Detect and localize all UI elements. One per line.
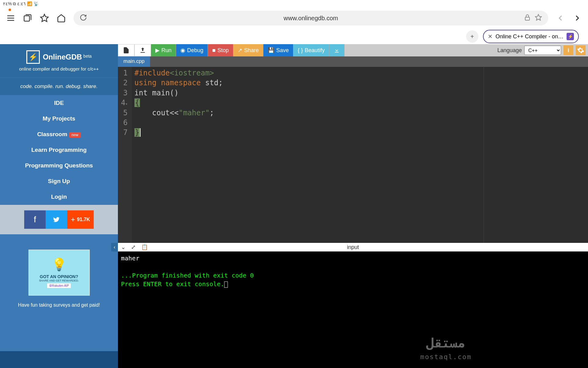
debug-label: Debug [187,47,203,54]
console-header: ⌄ ⤢ 📋 input [118,243,588,251]
download-button[interactable] [329,44,345,56]
nav-signup[interactable]: Sign Up [0,174,118,189]
home-icon[interactable] [57,13,66,23]
logo-icon: ⚡ [26,50,40,64]
ad-brand: ⦿Rakuten AIP [47,283,71,288]
sidebar-footer [0,351,118,368]
sidebar: ⚡ OnlineGDB beta online compiler and deb… [0,44,118,368]
share-count: 91.7K [77,217,90,222]
close-tab-icon[interactable]: ✕ [488,33,492,40]
tabs-icon[interactable] [23,13,32,23]
svg-marker-4 [41,14,48,22]
stop-label: Stop [217,47,229,54]
nav-classroom-label: Classroom [37,131,67,137]
nav-learn[interactable]: Learn Programming [0,142,118,158]
status-text: ٤:٤٦ ⧉ %٢٤ 📶 📡 [3,1,39,6]
expand-console-icon[interactable]: ⤢ [131,244,136,251]
address-bar[interactable]: www.onlinegdb.com [74,11,548,25]
beta-badge: beta [83,54,92,59]
url-text: www.onlinegdb.com [284,15,338,22]
editor-area: ▶ Run ◉ Debug ■ Stop ↗ Share 💾 Save { } … [118,44,588,368]
new-file-button[interactable] [118,44,134,56]
save-label: Save [276,47,289,54]
nav-my-projects[interactable]: My Projects [0,111,118,127]
watermark-arabic: مستقل [420,334,472,352]
share-button-tb[interactable]: ↗ Share [233,44,263,56]
file-tab-main[interactable]: main.cpp [118,56,150,67]
ad-subtitle: SHARE AND GET REWARDED. [39,279,79,282]
collapse-console-icon[interactable]: ⌄ [121,244,126,251]
reload-icon[interactable] [80,14,87,22]
active-tab[interactable]: ✕ Online C++ Compiler - on… ⚡ [483,30,579,43]
save-button[interactable]: 💾 Save [263,44,293,56]
column-ruler [484,67,484,243]
ad-caption: Have fun taking surveys and get paid! [9,302,109,309]
star-icon[interactable] [535,14,542,22]
file-tabs: main.cpp [118,56,588,67]
console-output[interactable]: maher ...Program finished with exit code… [118,251,588,368]
settings-button[interactable] [576,45,586,55]
console-line-1: maher [121,254,585,263]
toolbar: ▶ Run ◉ Debug ■ Stop ↗ Share 💾 Save { } … [118,44,588,56]
collapse-sidebar-button[interactable]: ‹ [111,243,118,251]
new-badge: new [69,132,81,138]
share-button[interactable]: +91.7K [67,210,94,229]
console-title: input [347,244,359,251]
upload-button[interactable] [134,44,151,56]
ad-section: 💡 GOT AN OPINION? SHARE AND GET REWARDED… [0,234,118,351]
nav-login[interactable]: Login [0,189,118,205]
info-button[interactable]: i [564,45,573,55]
back-icon[interactable] [556,13,565,23]
bulb-icon: 💡 [51,257,67,272]
logo-section: ⚡ OnlineGDB beta online compiler and deb… [0,44,118,78]
console-cursor [224,282,228,288]
run-button[interactable]: ▶ Run [151,44,176,56]
watermark: مستقل mostaql.com [420,334,472,362]
brand-name: OnlineGDB [43,53,82,61]
svg-rect-3 [24,16,30,21]
tagline: online compiler and debugger for c/c++ [5,66,113,71]
svg-rect-5 [525,17,530,20]
nav-classroom[interactable]: Classroomnew [0,127,118,142]
copy-console-icon[interactable]: 📋 [141,244,148,251]
language-select[interactable]: C++ [524,46,561,55]
tab-bar: + ✕ Online C++ Compiler - on… ⚡ [0,29,588,44]
app-container: ⚡ OnlineGDB beta online compiler and deb… [0,44,588,368]
console-line-3: Press ENTER to exit console. [121,280,224,288]
beautify-button[interactable]: { } Beautify [293,44,329,56]
tab-favicon: ⚡ [567,33,574,40]
beautify-label: Beautify [305,47,325,54]
forward-icon[interactable] [573,13,582,23]
watermark-latin: mostaql.com [420,352,472,362]
ad-box[interactable]: 💡 GOT AN OPINION? SHARE AND GET REWARDED… [28,250,90,296]
run-label: Run [161,47,172,54]
line-gutter: 1 2 3 4▾ 5 6 7 [118,67,132,243]
new-tab-button[interactable]: + [466,30,478,43]
motto: code. compile. run. debug. share. [0,78,118,95]
facebook-button[interactable]: f [24,210,46,229]
debug-button[interactable]: ◉ Debug [176,44,208,56]
share-label: Share [244,47,259,54]
code-content[interactable]: #include<iostream> using namespace std; … [132,67,588,243]
console-line-2: ...Program finished with exit code 0 [121,271,585,280]
lock-icon [524,14,531,22]
hamburger-icon[interactable] [6,13,15,23]
language-label: Language [497,47,522,54]
bookmark-icon[interactable] [40,13,49,23]
status-bar: ٤:٤٦ ⧉ %٢٤ 📶 📡 [0,0,588,7]
notification-dot [9,9,11,11]
social-row: f +91.7K [0,205,118,234]
stop-button[interactable]: ■ Stop [208,44,233,56]
code-editor[interactable]: 1 2 3 4▾ 5 6 7 #include<iostream> using … [118,67,588,243]
svg-marker-6 [535,14,541,20]
twitter-button[interactable] [46,210,67,229]
browser-chrome: www.onlinegdb.com [0,7,588,29]
tab-title: Online C++ Compiler - on… [496,33,564,40]
ad-title: GOT AN OPINION? [40,274,78,279]
nav-ide[interactable]: IDE [0,95,118,111]
nav-questions[interactable]: Programming Questions [0,158,118,174]
